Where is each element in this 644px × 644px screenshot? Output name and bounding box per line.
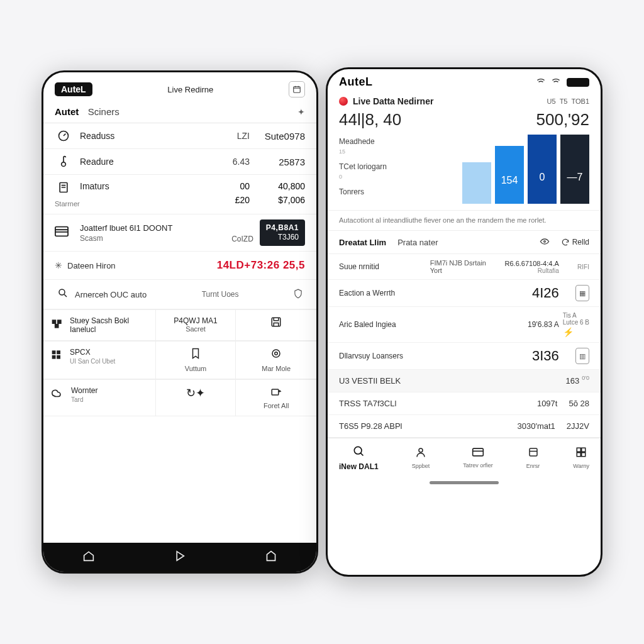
svg-rect-8 [55,324,59,328]
tile-marmole[interactable]: Mar Mole [236,341,316,379]
bn-enrsr[interactable]: Enrsr [526,447,540,469]
data-row-1[interactable]: Suue nrnitid FIM7i NJB Dsrtain Yort R6.6… [328,254,601,280]
tile-foretall[interactable]: Foret All [236,379,316,416]
brand-logo: AuteL [339,75,373,89]
doc-icon [55,181,72,194]
tile-save[interactable] [236,309,316,340]
tiles-row2: SPCX UI San Col Ubet Vuttum Mar Mole [43,341,316,379]
svg-rect-7 [57,319,62,324]
subtab-prata[interactable]: Prata nater [397,238,438,247]
battery-icon [567,78,589,87]
subtab-dreatat[interactable]: Dreatat Llim [339,238,386,247]
row-imaturs[interactable]: Imaturs Starrner 00 £20 40,800 $7,006 [43,175,316,214]
wifi-icon [536,77,545,87]
wallet-icon [472,447,484,460]
bn-tatrev[interactable]: Tatrev orfier [463,447,493,469]
tile-stuey[interactable]: Stuey Sacsh Bokl Ianelucl [43,309,156,340]
stack-icon [51,318,64,333]
metric-right: 500,'92 [536,110,590,130]
row-bidoont[interactable]: Joatterf lbuet 6I1 DOONT Scasm CoIZD P4,… [43,214,316,251]
left-phone-frame: AuteL Live Redirne Autet Sciners ✦ Readu… [42,70,318,574]
svg-rect-6 [52,319,57,324]
svg-rect-10 [52,350,56,354]
svg-point-2 [62,162,66,167]
bolt-icon: ⚡ [563,327,589,337]
shield-icon [294,289,303,301]
red-value: 14LD+73:26 25,5 [217,259,305,272]
gauge-icon [55,130,72,142]
cloud-icon [51,388,65,401]
row-auto[interactable]: Arnerceh OUC auto Turnt Uoes [43,280,316,309]
nav-home-icon[interactable] [76,550,101,565]
bn-newdal[interactable]: iNew DAL1 [339,445,379,471]
nav-play-icon[interactable] [167,550,192,565]
asterisk-icon: ✳ [55,260,62,270]
svg-rect-20 [473,449,484,457]
svg-rect-24 [577,453,580,457]
tab-sciners[interactable]: Sciners [88,106,119,117]
svg-point-17 [543,241,545,243]
bar-chart: 154 0 —7 [462,135,589,204]
bar-3: 0 [528,135,557,204]
metrics: 44l|8, 40 500,'92 [328,108,601,135]
temp-icon [55,155,72,168]
row-readuss[interactable]: Readuss LZI Sute0978 [43,123,316,149]
data-row-3[interactable]: Aric Baled Ingiea 19'6.83 A Tis A Lutce … [328,307,601,343]
target-icon [270,348,282,362]
tile-p4qwj[interactable]: P4QWJ MA1 Sacret [156,309,236,340]
header-title: Live Redirne [167,85,213,94]
eye-icon[interactable] [540,237,550,247]
data-row-2[interactable]: Eaction a Werrth 4I26 ▦ [328,280,601,307]
android-navbar [43,543,316,572]
tile-spcx[interactable]: SPCX UI San Col Ubet [43,341,156,379]
chart-block: Meadhede 15 TCet loriogarn 0 Tonrers 154… [328,135,601,211]
svg-rect-9 [272,318,280,326]
row-readure[interactable]: Readure 6.43 25873 [43,149,316,175]
bn-warny[interactable]: Warny [573,447,589,469]
sparkle-icon[interactable]: ✦ [297,107,305,117]
live-header: Live Datta Nedirner U5 T5 TOB1 [328,91,601,108]
calendar-icon[interactable] [289,81,305,97]
list-row-1[interactable]: U3 VESTII BELK 163 0′0 [328,370,601,392]
tile-vuttum[interactable]: Vuttum [156,341,236,379]
svg-rect-12 [52,355,56,359]
data-row-4[interactable]: Dllarvsuy Loansers 3I36 ▥ [328,343,601,370]
svg-rect-22 [577,448,580,452]
row-datehiron[interactable]: ✳Dateen Hiron 14LD+73:26 25,5 [43,251,316,280]
tile-refresh[interactable]: ↻✦ [156,379,236,416]
svg-rect-25 [582,453,586,457]
layers-icon [528,447,539,461]
brand-logo: AuteL [55,82,92,96]
grid-icon [51,349,64,364]
svg-rect-13 [57,355,60,359]
record-dot-icon [339,97,348,106]
header: AuteL Live Redirne [43,72,316,101]
bn-sppbet[interactable]: Sppbet [412,447,430,469]
list-row-3[interactable]: T6S5 P9.28 ABPl 3030′mat1 2JJ2V [328,415,601,438]
status-bar: AuteL [328,69,601,91]
svg-point-14 [272,350,280,357]
chip-icon: ▦ [575,285,589,301]
svg-rect-0 [294,87,301,92]
tab-autet[interactable]: Autet [55,106,79,117]
grid4-icon [575,447,587,461]
tile-wornter[interactable]: Wornter Tard [43,379,156,416]
search-gear-icon [57,287,69,301]
export-icon [270,386,282,399]
home-indicator[interactable] [430,481,499,484]
card-icon [55,226,72,240]
tiles-row1: Stuey Sacsh Bokl Ianelucl P4QWJ MA1 Sacr… [43,309,316,341]
caption: Autacotiont al inteandliuthe fiever one … [328,211,601,231]
sub-tabs: Dreatat Llim Prata nater Relld [328,231,601,254]
svg-point-5 [59,289,65,295]
right-phone-frame: AuteL Live Datta Nedirner U5 T5 TOB1 44l… [326,67,602,577]
bottom-nav: iNew DAL1 Sppbet Tatrev orfier Enrsr War… [328,438,601,477]
module-icon: ▥ [575,348,589,364]
dark-badge: P4,B8A1 T3J60 [260,219,305,246]
nav-recent-icon[interactable] [258,550,284,565]
bar-4: —7 [560,135,589,204]
reload-button[interactable]: Relld [561,238,589,247]
svg-point-19 [419,448,423,452]
list-row-2[interactable]: TRSS TA7f3CLl 1097t 5ŏ 28 [328,392,601,415]
row-sub-starrner: Starrner [55,200,209,208]
